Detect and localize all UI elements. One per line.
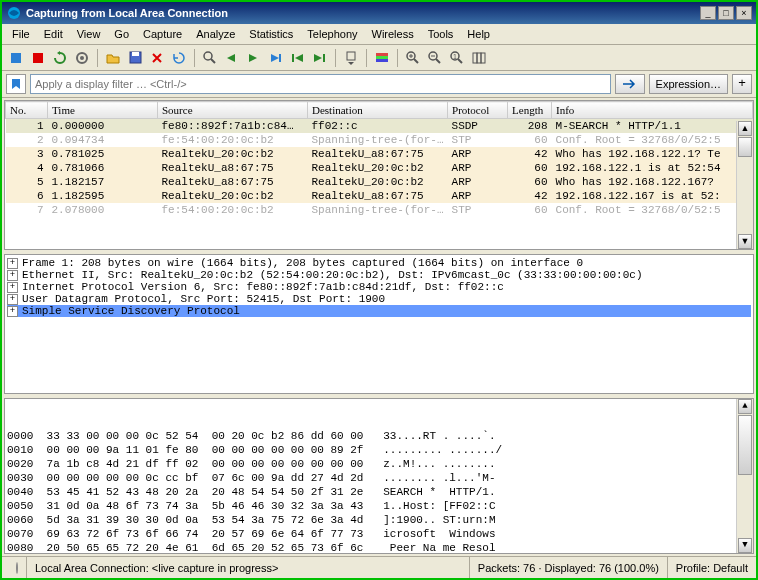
svg-rect-14 xyxy=(376,59,388,62)
menu-capture[interactable]: Capture xyxy=(137,26,188,42)
colorize-button[interactable] xyxy=(372,48,392,68)
window-title: Capturing from Local Area Connection xyxy=(26,7,700,19)
menu-telephony[interactable]: Telephony xyxy=(301,26,363,42)
scroll-up-icon[interactable]: ▲ xyxy=(738,399,752,414)
menu-wireless[interactable]: Wireless xyxy=(366,26,420,42)
detail-row[interactable]: +Internet Protocol Version 6, Src: fe80:… xyxy=(7,281,751,293)
col-protocol[interactable]: Protocol xyxy=(448,102,508,119)
packet-row[interactable]: 10.000000fe80::892f:7a1b:c84…ff02::cSSDP… xyxy=(6,119,753,134)
menu-edit[interactable]: Edit xyxy=(38,26,69,42)
packet-row[interactable]: 40.781066RealtekU_a8:67:75RealtekU_20:0c… xyxy=(6,161,753,175)
toolbar: 1 xyxy=(2,45,756,71)
scroll-down-icon[interactable]: ▼ xyxy=(738,538,752,553)
menu-view[interactable]: View xyxy=(71,26,107,42)
menu-statistics[interactable]: Statistics xyxy=(243,26,299,42)
svg-line-16 xyxy=(414,59,418,63)
expert-info-icon[interactable] xyxy=(16,562,18,574)
zoom-in-button[interactable] xyxy=(403,48,423,68)
reload-button[interactable] xyxy=(169,48,189,68)
expand-icon[interactable]: + xyxy=(7,294,18,305)
packet-list-scrollbar[interactable]: ▲ ▼ xyxy=(736,121,753,249)
scroll-down-icon[interactable]: ▼ xyxy=(738,234,752,249)
col-source[interactable]: Source xyxy=(158,102,308,119)
detail-row[interactable]: +Frame 1: 208 bytes on wire (1664 bits),… xyxy=(7,257,751,269)
menu-help[interactable]: Help xyxy=(461,26,496,42)
svg-rect-1 xyxy=(33,53,43,63)
menu-tools[interactable]: Tools xyxy=(422,26,460,42)
scroll-thumb[interactable] xyxy=(738,137,752,157)
expand-icon[interactable]: + xyxy=(7,270,18,281)
packet-list-header[interactable]: No. Time Source Destination Protocol Len… xyxy=(6,102,753,119)
col-no[interactable]: No. xyxy=(6,102,48,119)
col-time[interactable]: Time xyxy=(48,102,158,119)
scroll-up-icon[interactable]: ▲ xyxy=(738,121,752,136)
expand-icon[interactable]: + xyxy=(7,258,18,269)
add-filter-button[interactable]: + xyxy=(732,74,752,94)
packet-row[interactable]: 72.078000fe:54:00:20:0c:b2Spanning-tree-… xyxy=(6,203,753,217)
statusbar: Local Area Connection: <live capture in … xyxy=(2,556,756,578)
close-file-button[interactable] xyxy=(147,48,167,68)
status-interface: Local Area Connection: <live capture in … xyxy=(26,557,469,578)
zoom-out-button[interactable] xyxy=(425,48,445,68)
packet-details-pane[interactable]: +Frame 1: 208 bytes on wire (1664 bits),… xyxy=(4,254,754,394)
detail-row[interactable]: +Ethernet II, Src: RealtekU_20:0c:b2 (52… xyxy=(7,269,751,281)
svg-rect-10 xyxy=(323,54,325,62)
packet-bytes-pane[interactable]: 0000 33 33 00 00 00 0c 52 54 00 20 0c b2… xyxy=(4,398,754,554)
options-button[interactable] xyxy=(72,48,92,68)
go-last-button[interactable] xyxy=(310,48,330,68)
filter-apply-button[interactable] xyxy=(615,74,645,94)
app-icon xyxy=(6,5,22,21)
detail-row[interactable]: +Simple Service Discovery Protocol xyxy=(7,305,751,317)
status-packets: Packets: 76 · Displayed: 76 (100.0%) xyxy=(469,557,667,578)
autoscroll-button[interactable] xyxy=(341,48,361,68)
minimize-button[interactable]: _ xyxy=(700,6,716,20)
detail-row[interactable]: +User Datagram Protocol, Src Port: 52415… xyxy=(7,293,751,305)
find-button[interactable] xyxy=(200,48,220,68)
start-capture-button[interactable] xyxy=(6,48,26,68)
packet-row[interactable]: 20.094734fe:54:00:20:0c:b2Spanning-tree-… xyxy=(6,133,753,147)
display-filter-input[interactable] xyxy=(30,74,611,94)
filter-toolbar: Expression… + xyxy=(2,71,756,98)
col-length[interactable]: Length xyxy=(508,102,552,119)
svg-rect-5 xyxy=(132,52,139,56)
svg-rect-26 xyxy=(477,53,481,63)
restart-capture-button[interactable] xyxy=(50,48,70,68)
packet-row[interactable]: 51.182157RealtekU_a8:67:75RealtekU_20:0c… xyxy=(6,175,753,189)
svg-text:1: 1 xyxy=(453,53,457,60)
svg-point-3 xyxy=(80,56,84,60)
open-button[interactable] xyxy=(103,48,123,68)
go-prev-button[interactable] xyxy=(222,48,242,68)
main-window: Capturing from Local Area Connection _ □… xyxy=(0,0,758,580)
svg-rect-13 xyxy=(376,56,388,59)
menu-analyze[interactable]: Analyze xyxy=(190,26,241,42)
packet-row[interactable]: 30.781025RealtekU_20:0c:b2RealtekU_a8:67… xyxy=(6,147,753,161)
filter-bookmark-button[interactable] xyxy=(6,74,26,94)
close-button[interactable]: × xyxy=(736,6,752,20)
svg-line-23 xyxy=(458,59,462,63)
menu-go[interactable]: Go xyxy=(108,26,135,42)
resize-cols-button[interactable] xyxy=(469,48,489,68)
hex-scrollbar[interactable]: ▲ ▼ xyxy=(736,399,753,553)
svg-rect-25 xyxy=(473,53,477,63)
zoom-reset-button[interactable]: 1 xyxy=(447,48,467,68)
svg-line-20 xyxy=(436,59,440,63)
maximize-button[interactable]: □ xyxy=(718,6,734,20)
go-first-button[interactable] xyxy=(288,48,308,68)
titlebar: Capturing from Local Area Connection _ □… xyxy=(2,2,756,24)
col-destination[interactable]: Destination xyxy=(308,102,448,119)
save-button[interactable] xyxy=(125,48,145,68)
expand-icon[interactable]: + xyxy=(7,306,18,317)
expression-button[interactable]: Expression… xyxy=(649,74,728,94)
stop-capture-button[interactable] xyxy=(28,48,48,68)
go-next-button[interactable] xyxy=(244,48,264,68)
expand-icon[interactable]: + xyxy=(7,282,18,293)
svg-rect-12 xyxy=(376,53,388,56)
scroll-thumb[interactable] xyxy=(738,415,752,475)
menubar: FileEditViewGoCaptureAnalyzeStatisticsTe… xyxy=(2,24,756,45)
menu-file[interactable]: File xyxy=(6,26,36,42)
packet-row[interactable]: 61.182595RealtekU_20:0c:b2RealtekU_a8:67… xyxy=(6,189,753,203)
col-info[interactable]: Info xyxy=(552,102,753,119)
go-to-button[interactable] xyxy=(266,48,286,68)
status-profile[interactable]: Profile: Default xyxy=(667,557,756,578)
packet-list-pane: No. Time Source Destination Protocol Len… xyxy=(4,100,754,250)
